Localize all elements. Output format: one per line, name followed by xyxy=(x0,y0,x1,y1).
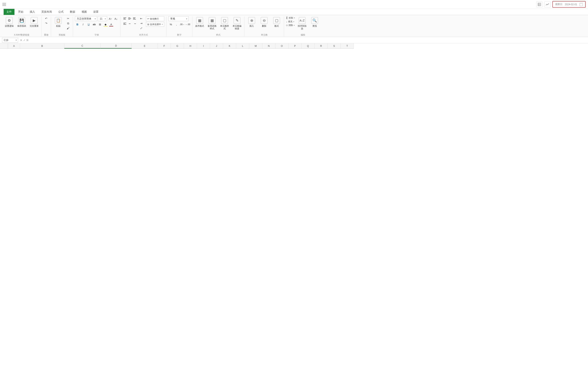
col-header-I[interactable]: I xyxy=(197,43,210,49)
col-header-P[interactable]: P xyxy=(288,43,301,49)
cell-editor-button[interactable]: ✎单元格编辑器 xyxy=(232,16,242,30)
col-header-M[interactable]: M xyxy=(249,43,262,49)
formula-bar: C19 ✕ ✓ fx xyxy=(0,37,588,43)
fill-button[interactable]: ↓填充▾ xyxy=(286,20,295,23)
format-cells-button[interactable]: ▢格式 xyxy=(271,16,282,27)
decrease-font-button[interactable]: A↓ xyxy=(114,16,118,21)
indent-decrease-button[interactable]: ⇤ xyxy=(139,16,144,21)
insert-cells-button[interactable]: ⊕插入 xyxy=(246,16,257,27)
observation-date: 2024-02-01 xyxy=(565,3,577,6)
col-header-O[interactable]: O xyxy=(275,43,288,49)
full-recalc-button[interactable]: ▶ 完全重算 xyxy=(29,16,39,27)
align-right-button[interactable] xyxy=(132,22,137,26)
format-icon: ▢ xyxy=(273,17,280,24)
increase-decimal-button[interactable]: .00→ xyxy=(180,22,185,27)
tab-view[interactable]: 视图 xyxy=(79,9,90,15)
align-left-button[interactable] xyxy=(123,22,127,26)
indent-increase-button[interactable]: ⇥ xyxy=(139,21,144,26)
col-header-K[interactable]: K xyxy=(223,43,236,49)
tab-file[interactable]: 文件 xyxy=(4,9,14,15)
delete-cells-button[interactable]: ⊖删除 xyxy=(259,16,269,27)
align-middle-button[interactable] xyxy=(127,16,132,21)
undo-button[interactable]: ↶ xyxy=(44,16,49,21)
wrap-text-button[interactable]: ↩自动换行 xyxy=(146,16,164,21)
find-button[interactable]: 🔍查找 xyxy=(309,16,320,27)
cut-button[interactable]: ✂ xyxy=(66,16,71,21)
col-header-Q[interactable]: Q xyxy=(301,43,315,49)
ribbon-group-label: 数字 xyxy=(177,33,181,36)
col-header-D[interactable]: D xyxy=(100,43,132,49)
tab-data[interactable]: 数据 xyxy=(67,9,78,15)
set-logic-button[interactable]: ⚙ 设置逻辑 xyxy=(4,16,14,27)
conditional-format-button[interactable]: ▦条件格式 xyxy=(194,16,205,27)
sort-icon: A↓Z xyxy=(299,17,306,24)
chart-mode-icon[interactable] xyxy=(544,1,550,7)
table-style-button[interactable]: ▦套用表格样式 xyxy=(207,16,217,30)
orientation-button[interactable]: ⤢ xyxy=(139,26,144,30)
spreadsheet-grid: ABCDEFGHIJKLMNOPQRST 1234567891011121314… xyxy=(0,43,588,49)
menu-icon[interactable] xyxy=(2,3,6,6)
font-size-dropdown[interactable]: 11 xyxy=(98,16,107,21)
ribbon-group-label: 对齐方式 xyxy=(139,33,148,36)
col-header-N[interactable]: N xyxy=(262,43,275,49)
formula-input[interactable] xyxy=(30,38,586,42)
col-header-H[interactable]: H xyxy=(184,43,197,49)
fx-icon[interactable]: fx xyxy=(27,39,28,41)
fill-color-button[interactable]: ◆ xyxy=(103,22,108,27)
ribbon-group-edit: Σ求和▾ ↓填充▾ ◇清除▾ A↓Z排序和筛选 🔍查找 编辑 xyxy=(284,16,322,36)
observation-date-box[interactable]: 观察日 2024-02-01 xyxy=(552,1,586,8)
tab-settings[interactable]: 设置 xyxy=(90,9,101,15)
percent-button[interactable]: % xyxy=(168,22,173,27)
confirm-formula-icon[interactable]: ✓ xyxy=(23,39,25,41)
settings-gear-icon: ⚙ xyxy=(6,17,13,24)
border-button[interactable]: ⊞ xyxy=(97,22,102,27)
strikethrough-button[interactable]: ab xyxy=(92,22,97,27)
insert-icon: ⊕ xyxy=(248,17,255,24)
ribbon-group-style: ▦条件格式 ▦套用表格样式 ▢单元格样式 ✎单元格编辑器 样式 xyxy=(192,16,245,36)
align-top-button[interactable] xyxy=(123,16,127,21)
bold-button[interactable]: B xyxy=(75,22,80,27)
comma-button[interactable]: , xyxy=(174,22,179,27)
tab-layout[interactable]: 页面布局 xyxy=(39,9,55,15)
select-all-corner[interactable] xyxy=(0,43,8,49)
format-painter-button[interactable]: 🖌 xyxy=(66,26,71,30)
save-report-button[interactable]: 💾 保存报表 xyxy=(16,16,27,27)
sort-filter-button[interactable]: A↓Z排序和筛选 xyxy=(297,16,307,30)
font-color-button[interactable]: A xyxy=(109,22,114,27)
ribbon-group-clipboard: 📋 粘贴 ✂ ⧉ 🖌 剪贴板 xyxy=(51,16,73,36)
copy-button[interactable]: ⧉ xyxy=(66,21,71,26)
cell-style-button[interactable]: ▢单元格样式 xyxy=(219,16,230,30)
col-header-A[interactable]: A xyxy=(8,43,20,49)
table-mode-icon[interactable] xyxy=(536,1,542,7)
autosum-button[interactable]: Σ求和▾ xyxy=(286,16,295,19)
paste-button[interactable]: 📋 粘贴 xyxy=(53,16,64,27)
name-box[interactable]: C19 xyxy=(2,38,18,43)
increase-font-button[interactable]: A↑ xyxy=(108,16,113,21)
col-header-J[interactable]: J xyxy=(210,43,223,49)
col-header-B[interactable]: B xyxy=(20,43,64,49)
clear-button[interactable]: ◇清除▾ xyxy=(286,24,295,27)
col-header-T[interactable]: T xyxy=(341,43,354,49)
redo-button[interactable]: ↷ xyxy=(44,21,49,26)
col-header-C[interactable]: C xyxy=(64,43,100,49)
tab-home[interactable]: 开始 xyxy=(15,9,26,15)
align-bottom-button[interactable] xyxy=(132,16,137,21)
font-name-dropdown[interactable]: 方正仿宋简体 xyxy=(75,16,97,21)
decrease-decimal-button[interactable]: ←.00 xyxy=(185,22,190,27)
col-header-F[interactable]: F xyxy=(158,43,171,49)
col-header-L[interactable]: L xyxy=(236,43,249,49)
tab-insert[interactable]: 插入 xyxy=(27,9,38,15)
ribbon-group-label: 样式 xyxy=(216,33,220,36)
tab-formula[interactable]: 公式 xyxy=(55,9,66,15)
cancel-formula-icon[interactable]: ✕ xyxy=(20,39,22,41)
merge-center-button[interactable]: ⊟合并后居中▾ xyxy=(146,22,164,27)
col-header-R[interactable]: R xyxy=(315,43,328,49)
italic-button[interactable]: I xyxy=(81,22,85,27)
underline-button[interactable]: U xyxy=(86,22,91,27)
col-header-S[interactable]: S xyxy=(328,43,341,49)
col-header-E[interactable]: E xyxy=(132,43,158,49)
align-center-button[interactable] xyxy=(127,22,132,26)
ribbon-tabs: 文件 开始 插入 页面布局 公式 数据 视图 设置 xyxy=(0,9,588,15)
number-format-dropdown[interactable]: 常规 xyxy=(168,16,189,21)
col-header-G[interactable]: G xyxy=(171,43,184,49)
